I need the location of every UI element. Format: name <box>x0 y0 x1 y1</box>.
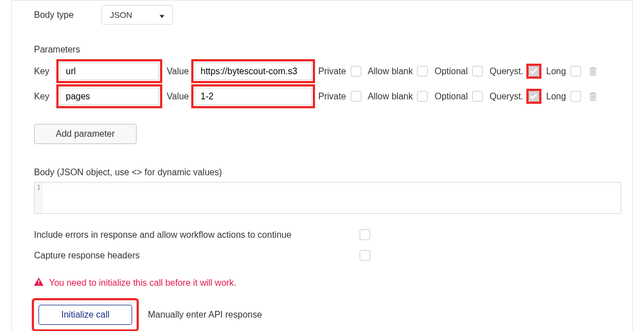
initialize-button[interactable]: Initialize call <box>38 305 132 325</box>
key-input[interactable] <box>60 88 159 105</box>
svg-rect-1 <box>38 284 40 285</box>
allow-blank-label: Allow blank <box>368 92 413 102</box>
api-config-panel: Body type JSON Parameters Key Value Priv… <box>11 0 633 331</box>
allow-blank-checkbox[interactable] <box>417 91 428 102</box>
capture-headers-checkbox[interactable] <box>360 250 370 261</box>
svg-rect-0 <box>38 280 40 283</box>
body-type-label: Body type <box>34 10 74 20</box>
initialize-row: Initialize call Manually enter API respo… <box>34 300 621 329</box>
include-errors-row: Include errors in response and allow wor… <box>34 229 621 240</box>
queryst-checkbox[interactable] <box>529 91 539 102</box>
body-type-value: JSON <box>110 10 132 20</box>
key-input[interactable] <box>60 63 159 80</box>
include-errors-label: Include errors in response and allow wor… <box>34 230 292 240</box>
body-type-select[interactable]: JSON <box>101 5 173 25</box>
body-json-editor[interactable]: 1 <box>34 182 621 214</box>
private-label: Private <box>318 66 346 76</box>
allow-blank-checkbox[interactable] <box>417 66 428 76</box>
capture-headers-row: Capture response headers <box>34 250 621 261</box>
optional-label: Optional <box>434 92 468 102</box>
allow-blank-label: Allow blank <box>368 66 413 76</box>
key-label: Key <box>34 92 54 102</box>
warning-icon <box>34 277 43 288</box>
parameter-row: Key Value Private Allow blank Optional Q… <box>34 88 621 105</box>
long-label: Long <box>546 92 566 102</box>
add-parameter-button[interactable]: Add parameter <box>34 124 137 144</box>
warning-text: You need to initialize this call before … <box>49 278 236 288</box>
long-label: Long <box>546 66 566 76</box>
editor-gutter: 1 <box>35 183 42 213</box>
value-input[interactable] <box>195 88 312 105</box>
parameters-label: Parameters <box>34 45 621 55</box>
manual-entry-link[interactable]: Manually enter API response <box>148 310 262 320</box>
delete-icon[interactable] <box>589 67 597 76</box>
include-errors-checkbox[interactable] <box>360 229 370 240</box>
long-checkbox[interactable] <box>570 66 581 76</box>
body-type-row: Body type JSON <box>34 1 621 28</box>
editor-content[interactable] <box>42 183 621 213</box>
value-label: Value <box>167 92 189 102</box>
private-label: Private <box>318 92 346 102</box>
initialize-highlight: Initialize call <box>34 300 137 329</box>
value-input[interactable] <box>195 63 312 80</box>
private-checkbox[interactable] <box>351 66 361 76</box>
body-json-label: Body (JSON object, use <> for dynamic va… <box>34 167 621 178</box>
capture-headers-label: Capture response headers <box>34 251 139 261</box>
optional-checkbox[interactable] <box>472 66 483 76</box>
parameter-row: Key Value Private Allow blank Optional Q… <box>34 63 621 80</box>
optional-label: Optional <box>434 66 468 76</box>
long-checkbox[interactable] <box>570 91 581 102</box>
queryst-checkbox[interactable] <box>529 66 539 76</box>
queryst-label: Queryst. <box>490 92 523 102</box>
caret-down-icon <box>159 10 164 20</box>
key-label: Key <box>34 66 54 76</box>
warning-row: You need to initialize this call before … <box>34 277 621 288</box>
optional-checkbox[interactable] <box>472 91 483 102</box>
private-checkbox[interactable] <box>351 91 361 102</box>
queryst-label: Queryst. <box>490 66 523 76</box>
value-label: Value <box>167 66 189 76</box>
delete-icon[interactable] <box>589 92 597 101</box>
